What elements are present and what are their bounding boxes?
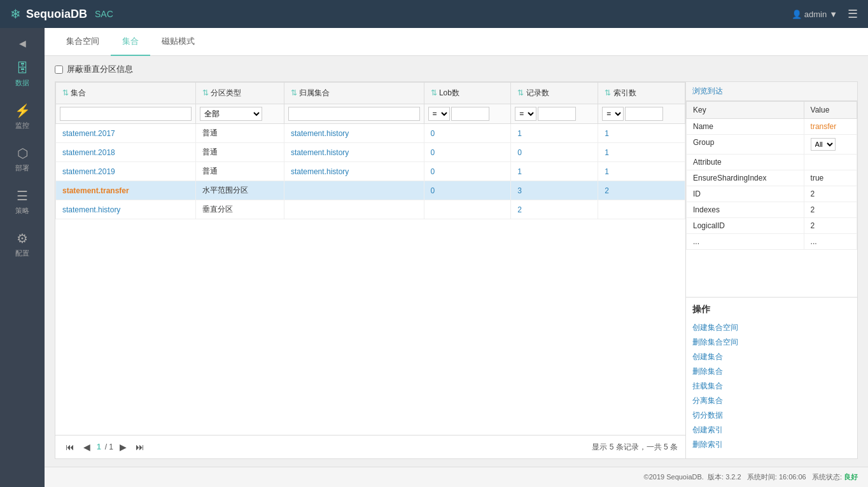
prop-val-name: transfer [804, 119, 857, 135]
ops-detach-collection[interactable]: 分离集合 [692, 394, 851, 408]
cell-indexes-4[interactable]: 2 [598, 181, 685, 200]
th-index-count-label: 索引数 [613, 88, 636, 97]
table-row[interactable]: statement.2019 普通 statement.history 0 1 … [56, 162, 685, 181]
prop-key-logicalid: LogicalID [687, 218, 804, 234]
hide-vertical-partition-checkbox[interactable] [55, 65, 63, 74]
cell-collection-5[interactable]: statement.history [56, 200, 196, 219]
cell-lob-3[interactable]: 0 [424, 162, 511, 181]
cell-lob-4[interactable]: 0 [424, 181, 511, 200]
prop-key-ensureshard: EnsureShardingIndex [687, 170, 804, 186]
filter-partition-select[interactable]: 全部 普通 水平范围分区 垂直分区 [200, 107, 262, 121]
sidebar-item-data[interactable]: 🗄 数据 [0, 53, 45, 95]
cell-indexes-3[interactable]: 1 [598, 162, 685, 181]
operations-panel: 操作 创建集合空间 删除集合空间 创建集合 删除集合 挂载集合 分离集合 切分数… [686, 297, 857, 458]
last-page-button[interactable]: ⏭ [133, 441, 147, 453]
cell-partition-3: 普通 [195, 162, 284, 181]
table-row[interactable]: statement.2018 普通 statement.history 0 0 … [56, 143, 685, 162]
prop-row-logicalid: LogicalID 2 [687, 218, 857, 234]
logo-text: SequoiaDB [26, 8, 87, 21]
cell-collection-3[interactable]: statement.2019 [56, 162, 196, 181]
cell-lob-5 [424, 200, 511, 219]
sidebar-item-config[interactable]: ⚙ 配置 [0, 223, 45, 266]
filter-lob-input[interactable] [451, 107, 489, 121]
filter-partition-combo: 全部 普通 水平范围分区 垂直分区 [200, 107, 280, 121]
prop-key-attribute: Attribute [687, 154, 804, 170]
sidebar-item-monitor[interactable]: ⚡ 监控 [0, 95, 45, 138]
filter-collection-input[interactable] [60, 107, 192, 121]
th-parent-collection[interactable]: ⇅ 归属集合 [284, 83, 424, 104]
cell-parent-4 [284, 181, 424, 200]
sort-index-icon: ⇅ [605, 88, 611, 97]
filter-index-cell: = [598, 104, 685, 124]
cell-indexes-1[interactable]: 1 [598, 124, 685, 143]
filter-index-op[interactable]: = [602, 107, 624, 121]
right-panel-header[interactable]: 浏览到达 [686, 82, 857, 101]
user-menu[interactable]: 👤 admin ▼ [792, 10, 837, 19]
cell-parent-3[interactable]: statement.history [284, 162, 424, 181]
sidebar-item-policy[interactable]: ☰ 策略 [0, 181, 45, 223]
sidebar-collapse-button[interactable]: ◀ [0, 33, 45, 53]
group-select[interactable]: All [811, 138, 836, 151]
prop-row-more: ... ... [687, 234, 857, 250]
th-key: Key [687, 102, 804, 119]
cell-parent-1[interactable]: statement.history [284, 124, 424, 143]
ops-create-index[interactable]: 创建索引 [692, 423, 851, 437]
tabs-bar: 集合空间 集合 磁贴模式 [45, 28, 868, 56]
tab-collection[interactable]: 集合 [111, 28, 150, 56]
ops-split-data[interactable]: 切分数据 [692, 408, 851, 423]
filter-lob-op[interactable]: = [428, 107, 450, 121]
ops-delete-collection[interactable]: 删除集合 [692, 364, 851, 379]
cell-collection-2[interactable]: statement.2018 [56, 143, 196, 162]
cell-records-3[interactable]: 1 [511, 162, 598, 181]
filter-record-op[interactable]: = [515, 107, 536, 121]
filter-record-input[interactable] [538, 107, 576, 121]
filter-parent-input[interactable] [288, 107, 420, 121]
prop-row-group: Group All [687, 135, 857, 154]
cell-lob-2[interactable]: 0 [424, 143, 511, 162]
th-record-count[interactable]: ⇅ 记录数 [511, 83, 598, 104]
th-collection[interactable]: ⇅ 集合 [56, 83, 196, 104]
prop-val-indexes: 2 [804, 202, 857, 218]
cell-collection-4[interactable]: statement.transfer [56, 181, 196, 200]
th-parent-collection-label: 归属集合 [299, 88, 330, 97]
prop-val-group: All [804, 135, 857, 154]
ops-create-collection[interactable]: 创建集合 [692, 350, 851, 364]
cell-indexes-2[interactable]: 1 [598, 143, 685, 162]
prop-row-id: ID 2 [687, 186, 857, 202]
table-row[interactable]: statement.history 垂直分区 2 [56, 200, 685, 219]
next-page-button[interactable]: ▶ [117, 441, 129, 453]
hamburger-menu[interactable]: ☰ [848, 7, 858, 21]
cell-lob-1[interactable]: 0 [424, 124, 511, 143]
properties-table: Key Value Name transfer Group [686, 101, 857, 250]
current-page: 1 [97, 442, 101, 451]
ops-delete-collection-space[interactable]: 删除集合空间 [692, 335, 851, 350]
monitor-icon: ⚡ [15, 103, 31, 118]
prev-page-button[interactable]: ◀ [81, 441, 93, 453]
tab-collection-space[interactable]: 集合空间 [55, 28, 111, 56]
cell-records-1[interactable]: 1 [511, 124, 598, 143]
sidebar-item-policy-label: 策略 [15, 206, 29, 216]
th-partition-type[interactable]: ⇅ 分区类型 [195, 83, 284, 104]
ops-create-collection-space[interactable]: 创建集合空间 [692, 320, 851, 335]
ops-delete-index[interactable]: 删除索引 [692, 437, 851, 452]
ops-mount-collection[interactable]: 挂载集合 [692, 379, 851, 394]
th-lob-count[interactable]: ⇅ Lob数 [424, 83, 511, 104]
cell-parent-2[interactable]: statement.history [284, 143, 424, 162]
cell-records-4[interactable]: 3 [511, 181, 598, 200]
filter-index-input[interactable] [625, 107, 663, 121]
filter-parent-cell [284, 104, 424, 124]
th-index-count[interactable]: ⇅ 索引数 [598, 83, 685, 104]
content-area: 屏蔽垂直分区信息 ⇅ 集合 [45, 56, 868, 467]
operations-title: 操作 [692, 304, 851, 315]
table-row[interactable]: statement.transfer 水平范围分区 0 3 2 [56, 181, 685, 200]
sidebar-item-deploy[interactable]: ⬡ 部署 [0, 138, 45, 181]
cell-collection-1[interactable]: statement.2017 [56, 124, 196, 143]
table-row[interactable]: statement.2017 普通 statement.history 0 1 … [56, 124, 685, 143]
prop-row-attribute: Attribute [687, 154, 857, 170]
first-page-button[interactable]: ⏮ [63, 441, 77, 453]
tab-sharding[interactable]: 磁贴模式 [150, 28, 206, 56]
cell-records-2[interactable]: 0 [511, 143, 598, 162]
cell-records-5[interactable]: 2 [511, 200, 598, 219]
hide-vertical-partition-label[interactable]: 屏蔽垂直分区信息 [55, 64, 133, 75]
logo-area: ❄ SequoiaDB SAC [10, 6, 113, 22]
